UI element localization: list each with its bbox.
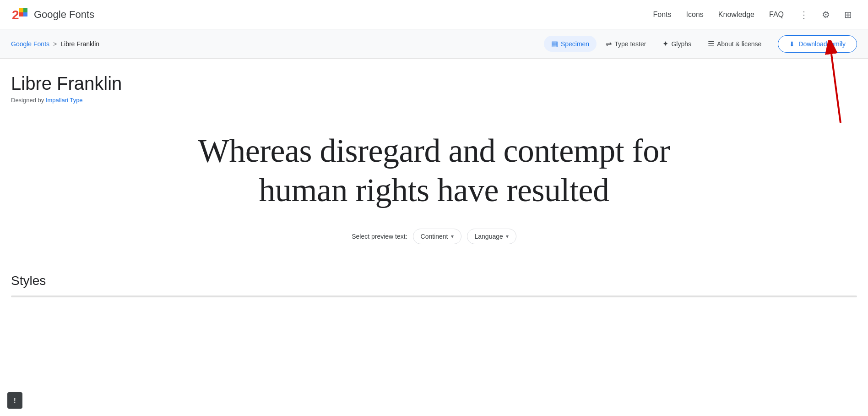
designer-line: Designed by Impallari Type: [11, 97, 857, 104]
nav-link-faq[interactable]: FAQ: [769, 11, 784, 19]
language-dropdown[interactable]: Language ▾: [467, 229, 516, 244]
tab-specimen[interactable]: ▦ Specimen: [544, 36, 597, 52]
svg-rect-4: [19, 12, 23, 16]
svg-text:2: 2: [12, 8, 19, 22]
apps-icon: ⊞: [844, 9, 852, 20]
tab-specimen-label: Specimen: [561, 40, 589, 48]
tab-glyphs[interactable]: ✦ Glyphs: [655, 36, 699, 52]
download-icon: ⬇: [789, 40, 795, 48]
download-family-button[interactable]: ⬇ Download family: [778, 35, 857, 53]
styles-section: Styles: [0, 263, 868, 288]
about-tab-icon: ☰: [708, 39, 714, 48]
google-fonts-logo-icon: 2: [11, 5, 29, 24]
breadcrumb-home[interactable]: Google Fonts: [11, 40, 49, 48]
main-content: Libre Franklin Designed by Impallari Typ…: [0, 59, 868, 104]
designer-prefix: Designed by: [11, 97, 44, 104]
type-tester-tab-icon: ⇌: [606, 39, 612, 48]
glyphs-tab-icon: ✦: [662, 39, 668, 48]
specimen-text: Whereas disregard and contempt for human…: [182, 131, 686, 210]
nav-icons: ⋮ ⚙ ⊞: [795, 5, 857, 24]
designer-link[interactable]: Impallari Type: [46, 97, 83, 104]
tab-type-tester[interactable]: ⇌ Type tester: [598, 36, 653, 52]
select-preview-label: Select preview text:: [352, 233, 407, 240]
tab-about-label: About & license: [717, 40, 761, 48]
breadcrumb-current: Libre Franklin: [60, 40, 99, 48]
settings-button[interactable]: ⚙: [817, 5, 835, 24]
top-navigation: 2 Google Fonts Fonts Icons Knowledge FAQ…: [0, 0, 868, 29]
continent-dropdown-label: Continent: [421, 233, 448, 240]
download-btn-label: Download family: [798, 40, 846, 48]
more-icon: ⋮: [799, 9, 808, 20]
nav-link-icons[interactable]: Icons: [686, 11, 704, 19]
styles-scroll-bar[interactable]: [11, 296, 857, 297]
svg-rect-2: [19, 8, 23, 12]
nav-link-fonts[interactable]: Fonts: [653, 11, 672, 19]
styles-title: Styles: [11, 274, 857, 288]
tab-glyphs-label: Glyphs: [671, 40, 691, 48]
logo-text: Google Fonts: [34, 9, 94, 21]
tab-about[interactable]: ☰ About & license: [700, 36, 769, 52]
logo-area: 2 Google Fonts: [11, 5, 94, 24]
tab-navigation: ▦ Specimen ⇌ Type tester ✦ Glyphs ☰ Abou…: [544, 35, 857, 53]
breadcrumb-separator: >: [53, 40, 57, 48]
more-options-button[interactable]: ⋮: [795, 5, 813, 24]
continent-dropdown[interactable]: Continent ▾: [413, 229, 461, 244]
specimen-area: Whereas disregard and contempt for human…: [0, 104, 868, 263]
continent-dropdown-arrow: ▾: [451, 233, 454, 240]
nav-links: Fonts Icons Knowledge FAQ: [653, 11, 784, 19]
specimen-tab-icon: ▦: [551, 39, 558, 48]
font-title: Libre Franklin: [11, 73, 857, 94]
settings-icon: ⚙: [822, 9, 830, 20]
breadcrumb: Google Fonts > Libre Franklin: [11, 40, 544, 48]
svg-rect-3: [23, 8, 27, 12]
apps-button[interactable]: ⊞: [839, 5, 857, 24]
svg-rect-5: [23, 12, 27, 16]
tab-type-tester-label: Type tester: [614, 40, 646, 48]
nav-link-knowledge[interactable]: Knowledge: [718, 11, 754, 19]
language-dropdown-label: Language: [475, 233, 503, 240]
breadcrumb-bar: Google Fonts > Libre Franklin ▦ Specimen…: [0, 29, 868, 59]
preview-controls: Select preview text: Continent ▾ Languag…: [352, 229, 516, 244]
language-dropdown-arrow: ▾: [506, 233, 509, 240]
